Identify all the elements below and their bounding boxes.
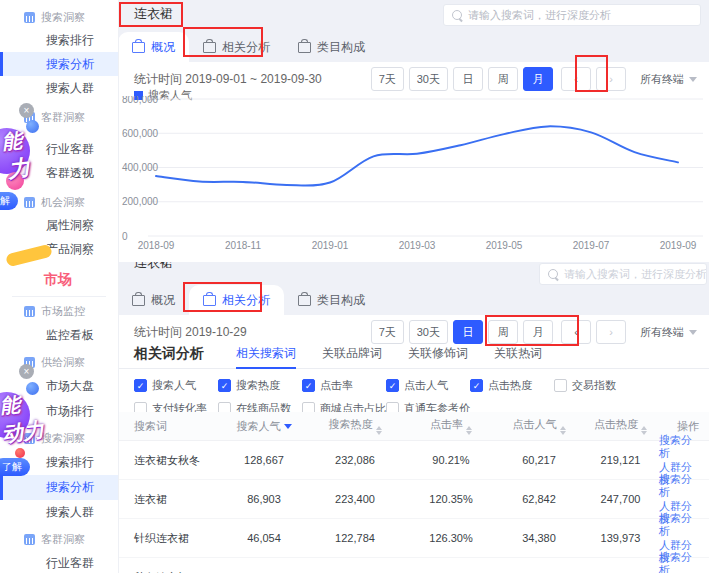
- bottom-header: 连衣裙 请输入搜索词，进行深度分析 概况 相关分析 类目构成: [118, 262, 709, 315]
- search-analysis-link[interactable]: 搜索分析: [659, 551, 699, 573]
- decor-blob: [15, 448, 25, 458]
- checkbox-click-popularity[interactable]: 点击人气: [386, 378, 470, 393]
- chevron-down-icon: [689, 77, 697, 82]
- main-bottom: 连衣裙 请输入搜索词，进行深度分析 概况 相关分析 类目构成 统计时间 2019…: [118, 262, 709, 573]
- range-7d-button[interactable]: 7天: [371, 67, 404, 91]
- tab-label: 相关分析: [222, 39, 270, 56]
- tab-related-analysis[interactable]: 相关分析: [189, 32, 284, 62]
- col-header-search-heat[interactable]: 搜索热度: [304, 417, 406, 435]
- top-header: 连衣裙 请输入搜索词，进行深度分析 概况 相关分析 类目构成: [118, 0, 709, 62]
- range-day-button[interactable]: 日: [453, 67, 483, 91]
- table-row: 针织连衣裙 46,054 122,784 126.30% 34,380 139,…: [118, 519, 709, 558]
- cell-keyword: 秋冬连衣裙: [118, 570, 224, 573]
- checkbox-label: 点击热度: [488, 378, 532, 393]
- terminal-dropdown[interactable]: 所有终端: [640, 72, 697, 87]
- close-icon[interactable]: ×: [19, 364, 34, 379]
- range-month-button[interactable]: 月: [523, 320, 553, 344]
- sidebar-item-attribute-insight[interactable]: 属性洞察: [0, 213, 118, 237]
- promo-sticker-top: × 能 力 解: [0, 100, 62, 215]
- bag-icon: [132, 42, 145, 53]
- range-day-button[interactable]: 日: [453, 320, 483, 344]
- col-header-label: 搜索人气: [237, 420, 281, 432]
- col-header-keyword: 搜索词: [118, 419, 224, 434]
- svg-text:2019-09: 2019-09: [660, 240, 697, 251]
- col-header-click-popularity[interactable]: 点击人气: [496, 417, 582, 435]
- checkbox-label: 交易指数: [572, 378, 616, 393]
- subtab-modifier-words[interactable]: 关联修饰词: [408, 345, 468, 369]
- col-header-click-heat[interactable]: 点击热度: [582, 417, 659, 435]
- search-placeholder: 请输入搜索词，进行深度分析: [564, 267, 707, 282]
- cell-click-popularity: 62,842: [496, 493, 582, 505]
- promo-cta-button[interactable]: 解: [0, 192, 18, 210]
- sidebar-section-customer-insight: 客群洞察: [0, 528, 118, 551]
- stat-time: 统计时间 2019-09-01 ~ 2019-09-30: [134, 71, 322, 88]
- range-30d-button[interactable]: 30天: [409, 67, 448, 91]
- search-analysis-link[interactable]: 搜索分析: [659, 512, 699, 538]
- range-7d-button[interactable]: 7天: [371, 320, 404, 344]
- checkbox-search-heat[interactable]: 搜索热度: [218, 378, 302, 393]
- sidebar-title-market: 市场: [0, 262, 118, 294]
- checkbox-icon: [302, 379, 315, 392]
- range-week-button[interactable]: 周: [488, 320, 518, 344]
- sidebar-item-monitor-board[interactable]: 监控看板: [0, 323, 118, 348]
- promo-text: 动力: [1, 416, 46, 448]
- checkbox-icon: [218, 379, 231, 392]
- col-header-label: 点击人气: [513, 418, 557, 430]
- col-header-search-popularity[interactable]: 搜索人气: [224, 419, 304, 434]
- toolbar-bottom: 统计时间 2019-10-29 7天 30天 日 周 月 ‹ › 所有终端: [118, 317, 709, 347]
- svg-text:2019-05: 2019-05: [486, 240, 523, 251]
- cell-keyword: 针织连衣裙: [118, 531, 224, 546]
- svg-text:400,000: 400,000: [122, 162, 159, 173]
- cell-search-popularity: 128,667: [224, 454, 304, 466]
- sidebar-item-industry-customer[interactable]: 行业客群: [0, 551, 118, 573]
- range-month-button[interactable]: 月: [523, 67, 553, 91]
- range-30d-button[interactable]: 30天: [409, 320, 448, 344]
- prev-page-button[interactable]: ‹: [561, 67, 591, 91]
- checkbox-transaction-index[interactable]: 交易指数: [554, 378, 638, 393]
- tabbar-bottom: 概况 相关分析 类目构成: [118, 281, 709, 315]
- search-icon: [548, 269, 558, 279]
- tab-label: 相关分析: [222, 292, 270, 309]
- search-analysis-link[interactable]: 搜索分析: [659, 473, 699, 499]
- promo-cta-button[interactable]: 了解: [0, 458, 30, 476]
- tab-overview[interactable]: 概况: [118, 285, 189, 315]
- tab-related-analysis[interactable]: 相关分析: [189, 285, 284, 315]
- subtab-brand-words[interactable]: 关联品牌词: [322, 345, 382, 369]
- main-top: 连衣裙 请输入搜索词，进行深度分析 概况 相关分析 类目构成 统计时间 2019…: [118, 0, 709, 262]
- cell-click-heat: 247,700: [582, 493, 659, 505]
- checkbox-search-popularity[interactable]: 搜索人气: [134, 378, 218, 393]
- col-header-click-rate[interactable]: 点击率: [406, 417, 496, 435]
- checkbox-click-heat[interactable]: 点击热度: [470, 378, 554, 393]
- tab-category-composition[interactable]: 类目构成: [284, 285, 379, 315]
- tab-category-composition[interactable]: 类目构成: [284, 32, 379, 62]
- keyword-display[interactable]: 连衣裙: [134, 5, 173, 23]
- subtab-hot-words[interactable]: 关联热词: [494, 345, 542, 369]
- tab-overview[interactable]: 概况: [118, 32, 189, 62]
- sidebar-item-search-crowd[interactable]: 搜索人群: [0, 76, 118, 100]
- terminal-dropdown[interactable]: 所有终端: [640, 325, 697, 340]
- table-header-row: 搜索词 搜索人气 搜索热度 点击率 点击人气 点击热度 操作: [118, 412, 709, 441]
- related-words-table: 搜索词 搜索人气 搜索热度 点击率 点击人气 点击热度 操作 连衣裙女秋冬 12…: [118, 412, 709, 573]
- range-week-button[interactable]: 周: [488, 67, 518, 91]
- checkbox-label: 点击率: [320, 378, 353, 393]
- checkbox-click-rate[interactable]: 点击率: [302, 378, 386, 393]
- cell-keyword: 连衣裙: [118, 492, 224, 507]
- sidebar-item-search-analysis[interactable]: 搜索分析: [0, 52, 118, 76]
- bag-icon: [298, 42, 311, 53]
- subtab-related-search-words[interactable]: 相关搜索词: [236, 345, 296, 369]
- sidebar-section-label: 客群洞察: [41, 532, 85, 547]
- sidebar-item-search-crowd[interactable]: 搜索人群: [0, 500, 118, 525]
- col-header-actions: 操作: [659, 419, 709, 434]
- next-page-button[interactable]: ›: [596, 320, 626, 344]
- sidebar-section-market-monitor: 市场监控: [0, 300, 118, 323]
- close-icon[interactable]: ×: [19, 103, 34, 118]
- prev-page-button[interactable]: ‹: [561, 320, 591, 344]
- chart-icon: [24, 12, 35, 23]
- next-page-button[interactable]: ›: [596, 67, 626, 91]
- cell-search-popularity: 46,054: [224, 532, 304, 544]
- col-header-label: 点击率: [430, 418, 463, 430]
- search-analysis-link[interactable]: 搜索分析: [659, 434, 699, 460]
- keyword-display[interactable]: 连衣裙: [134, 262, 173, 272]
- sidebar-item-search-rank[interactable]: 搜索排行: [0, 28, 118, 52]
- search-input[interactable]: 请输入搜索词，进行深度分析: [443, 4, 701, 26]
